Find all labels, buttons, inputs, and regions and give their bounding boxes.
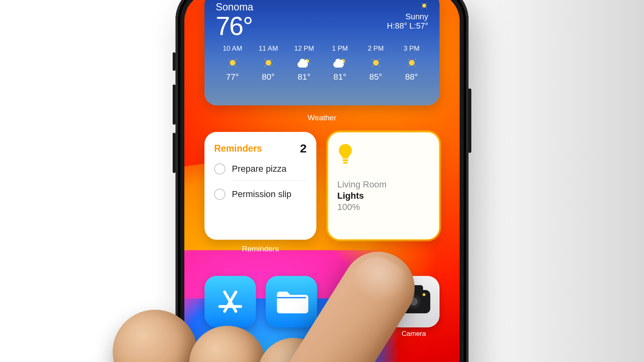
divider: [232, 180, 307, 181]
partly-cloudy-icon: [297, 57, 311, 68]
checkbox-empty-icon[interactable]: [214, 189, 225, 200]
mute-switch[interactable]: [173, 52, 175, 71]
weather-widget[interactable]: Sonoma 76° Sunny H:88° L:57° 10 AM 77°: [204, 0, 440, 105]
weather-hour: 1 PM 81°: [323, 45, 357, 82]
reminders-widget[interactable]: Reminders 2 Prepare pizza Permission sli…: [204, 132, 316, 240]
app-icon-camera[interactable]: Camera: [388, 276, 440, 327]
weather-widget-caption: Weather: [184, 113, 460, 122]
weather-hour: 11 AM 80°: [252, 45, 285, 82]
phone-frame: Sonoma 76° Sunny H:88° L:57° 10 AM 77°: [175, 0, 469, 362]
volume-up-button[interactable]: [173, 84, 175, 125]
folder-icon: [275, 289, 308, 315]
camera-icon: [397, 290, 430, 313]
reminders-title: Reminders: [214, 143, 262, 154]
weather-hour: 3 PM 88°: [395, 45, 428, 82]
home-room: Living Room: [337, 179, 430, 190]
home-accessory: Lights: [337, 191, 430, 201]
volume-down-button[interactable]: [173, 133, 175, 173]
weather-hour: 10 AM 77°: [216, 45, 249, 82]
sun-icon: [227, 57, 238, 68]
home-widget[interactable]: Living Room Lights 100%: [328, 132, 440, 240]
reminder-item[interactable]: Permission slip: [214, 189, 307, 200]
checkbox-empty-icon[interactable]: [214, 163, 225, 175]
weather-hourly-row: 10 AM 77° 11 AM 80° 12 PM 81° 1 PM: [216, 45, 428, 82]
svg-rect-0: [343, 159, 348, 161]
weather-hour: 12 PM 81°: [287, 45, 321, 82]
sun-icon: [263, 57, 274, 68]
lightbulb-icon: [337, 143, 430, 166]
home-value: 100%: [337, 202, 430, 212]
weather-hour: 2 PM 85°: [359, 45, 392, 82]
app-icon-appstore[interactable]: [204, 276, 256, 327]
reminder-item[interactable]: Prepare pizza: [214, 163, 307, 175]
partly-cloudy-icon: [333, 57, 347, 68]
app-icon-files[interactable]: [266, 276, 317, 327]
reminders-count: 2: [300, 142, 307, 155]
appstore-icon: [215, 286, 246, 317]
reminder-text: Permission slip: [232, 189, 291, 200]
app-label: Camera: [388, 330, 440, 338]
side-button[interactable]: [468, 88, 471, 153]
sun-icon: [370, 57, 382, 68]
reminders-widget-caption: Reminders: [204, 245, 316, 253]
weather-current-temp: 76°: [216, 13, 253, 40]
reminder-text: Prepare pizza: [232, 164, 287, 174]
sun-icon: [420, 2, 428, 10]
home-screen[interactable]: Sonoma 76° Sunny H:88° L:57° 10 AM 77°: [184, 0, 460, 362]
sun-icon: [406, 57, 417, 68]
weather-hi-lo: H:88° L:57°: [387, 21, 428, 31]
svg-rect-1: [343, 162, 348, 164]
weather-location: Sonoma: [216, 2, 253, 13]
weather-condition: Sunny: [387, 12, 428, 21]
